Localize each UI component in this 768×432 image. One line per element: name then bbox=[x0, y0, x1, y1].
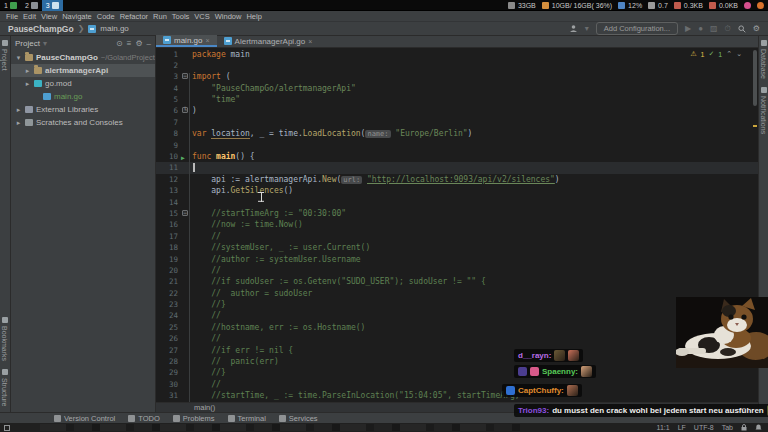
workspace-button-2[interactable]: 2 bbox=[21, 0, 42, 11]
search-icon[interactable] bbox=[738, 25, 746, 33]
tab-alertmanagerapi-go[interactable]: AlertmanagerApi.go× bbox=[217, 35, 320, 47]
caret-position[interactable]: 11:1 bbox=[657, 424, 670, 431]
code-line-13[interactable]: 13 api.GetSilences() bbox=[156, 185, 758, 196]
code-line-24[interactable]: 24 // bbox=[156, 310, 758, 321]
panel-settings-gear-icon[interactable]: ⚙ bbox=[135, 39, 142, 48]
tree-arrow-icon[interactable]: ▸ bbox=[24, 80, 31, 88]
debug-icon[interactable]: ● bbox=[698, 24, 703, 33]
menu-edit[interactable]: Edit bbox=[23, 12, 36, 21]
menu-help[interactable]: Help bbox=[246, 12, 261, 21]
tree-item-go-mod[interactable]: ▸go.mod bbox=[11, 77, 155, 90]
toolwindow-version-control[interactable]: Version Control bbox=[54, 414, 115, 423]
indent-style[interactable]: Tab bbox=[722, 424, 733, 431]
project-panel-header[interactable]: Project ▾ ⊙ ≡ ⚙ ‒ bbox=[11, 36, 155, 51]
code-line-16[interactable]: 16 //now := time.Now() bbox=[156, 219, 758, 230]
code-line-23[interactable]: 23 //} bbox=[156, 299, 758, 310]
run-icon[interactable]: ▶ bbox=[685, 24, 691, 33]
code-line-4[interactable]: 4 "PauseChampGo/alertmanagerApi" bbox=[156, 83, 758, 94]
settings-gear-icon[interactable]: ⚙ bbox=[753, 24, 760, 33]
fold-collapse-icon[interactable]: − bbox=[182, 73, 188, 79]
scrollbar-thumb[interactable] bbox=[753, 50, 757, 106]
tree-item-pausechampgo[interactable]: ▾PauseChampGo ~/GolandProjects/PauseCham… bbox=[11, 51, 155, 64]
tree-item-external-libraries[interactable]: ▸External Libraries bbox=[11, 103, 155, 116]
menu-file[interactable]: File bbox=[6, 12, 18, 21]
dropdown-arrow-icon[interactable]: ▾ bbox=[585, 24, 589, 33]
tab-close-icon[interactable]: × bbox=[308, 38, 312, 45]
tree-arrow-icon[interactable]: ▸ bbox=[15, 106, 22, 114]
tool-strip-notifications[interactable]: Notifications bbox=[759, 83, 768, 138]
code-line-28[interactable]: 28 // panic(err) bbox=[156, 356, 758, 367]
user-icon[interactable] bbox=[569, 24, 578, 33]
profile-icon[interactable]: ⏱ bbox=[725, 24, 731, 34]
code-line-21[interactable]: 21 //if sudoUser := os.Getenv("SUDO_USER… bbox=[156, 276, 758, 287]
toolwindow-problems[interactable]: Problems bbox=[173, 414, 215, 423]
breadcrumb-file[interactable]: main.go bbox=[100, 24, 128, 33]
code-line-14[interactable]: 14 bbox=[156, 197, 758, 208]
tree-arrow-icon[interactable]: ▾ bbox=[15, 54, 22, 62]
hide-panel-icon[interactable]: ‒ bbox=[147, 39, 151, 48]
tray-app-icon-2[interactable] bbox=[757, 2, 764, 9]
tool-strip-project[interactable]: Project bbox=[0, 36, 9, 75]
code-line-3[interactable]: 3−import ( bbox=[156, 71, 758, 82]
menu-code[interactable]: Code bbox=[97, 12, 115, 21]
code-line-15[interactable]: 15− //startTimeArg := "00:30:00" bbox=[156, 208, 758, 219]
locate-file-icon[interactable]: ⊙ bbox=[116, 39, 123, 48]
toolwindow-todo[interactable]: TODO bbox=[128, 414, 160, 423]
fold-collapse-icon[interactable]: − bbox=[182, 210, 188, 216]
menu-navigate[interactable]: Navigate bbox=[62, 12, 92, 21]
code-line-1[interactable]: 1package main bbox=[156, 49, 758, 60]
tree-arrow-icon[interactable]: ▸ bbox=[24, 67, 31, 75]
file-encoding[interactable]: UTF-8 bbox=[694, 424, 714, 431]
inspections-widget[interactable]: ⚠ 1 ✓ 1 ⌃ ⌄ bbox=[690, 50, 742, 58]
workspace-button-3[interactable]: 3 bbox=[42, 0, 63, 11]
tray-app-icon-1[interactable] bbox=[744, 2, 751, 9]
breadcrumb-project[interactable]: PauseChampGo bbox=[8, 24, 74, 34]
code-line-6[interactable]: 6└) bbox=[156, 105, 758, 116]
code-line-22[interactable]: 22 // author = sudoUser bbox=[156, 288, 758, 299]
code-line-26[interactable]: 26 // bbox=[156, 333, 758, 344]
coverage-icon[interactable]: ▨ bbox=[710, 24, 718, 33]
code-line-12[interactable]: 12 api := alertmanagerApi.New(url: "http… bbox=[156, 174, 758, 185]
tool-strip-bookmarks[interactable]: Bookmarks bbox=[0, 313, 9, 365]
code-line-11[interactable]: 11 bbox=[156, 162, 758, 173]
menu-refactor[interactable]: Refactor bbox=[120, 12, 148, 21]
next-issue-icon[interactable]: ⌄ bbox=[736, 50, 742, 58]
code-line-17[interactable]: 17 // bbox=[156, 231, 758, 242]
tree-item-scratches-and-consoles[interactable]: ▸Scratches and Consoles bbox=[11, 116, 155, 129]
code-line-5[interactable]: 5 "time" bbox=[156, 94, 758, 105]
toolwindow-terminal[interactable]: Terminal bbox=[228, 414, 266, 423]
tool-strip-database[interactable]: Database bbox=[759, 36, 768, 83]
menu-run[interactable]: Run bbox=[153, 12, 167, 21]
fold-end-icon[interactable]: └ bbox=[182, 107, 188, 113]
toolwindow-services[interactable]: Services bbox=[279, 414, 318, 423]
menu-vcs[interactable]: VCS bbox=[194, 12, 209, 21]
tab-main-go[interactable]: main.go× bbox=[156, 35, 217, 47]
code-line-9[interactable]: 9 bbox=[156, 140, 758, 151]
menu-window[interactable]: Window bbox=[215, 12, 242, 21]
line-separator[interactable]: LF bbox=[678, 424, 686, 431]
workspace-button-1[interactable]: 1 bbox=[0, 0, 21, 11]
code-line-30[interactable]: 30 // bbox=[156, 379, 758, 390]
code-line-10[interactable]: 10▶func main() { bbox=[156, 151, 758, 162]
tree-item-main-go[interactable]: main.go bbox=[11, 90, 155, 103]
code-line-20[interactable]: 20 // bbox=[156, 265, 758, 276]
status-grid-icon[interactable] bbox=[4, 425, 10, 431]
code-line-19[interactable]: 19 //author := systemUser.Username bbox=[156, 254, 758, 265]
code-line-18[interactable]: 18 //systemUser, _ := user.Current() bbox=[156, 242, 758, 253]
code-line-27[interactable]: 27 //if err != nil { bbox=[156, 345, 758, 356]
prev-issue-icon[interactable]: ⌃ bbox=[726, 50, 732, 58]
tree-item-alertmanagerapi[interactable]: ▸alertmanagerApi bbox=[11, 64, 155, 77]
chevron-down-icon[interactable]: ▾ bbox=[43, 39, 47, 48]
tree-arrow-icon[interactable]: ▸ bbox=[15, 119, 22, 127]
menu-view[interactable]: View bbox=[41, 12, 57, 21]
code-editor[interactable]: 1package main23−import (4 "PauseChampGo/… bbox=[156, 48, 758, 402]
lock-icon[interactable] bbox=[741, 424, 747, 431]
breadcrumb-function[interactable]: main() bbox=[194, 403, 215, 412]
notifications-bell-icon[interactable] bbox=[755, 424, 762, 431]
tool-strip-structure[interactable]: Structure bbox=[0, 365, 9, 410]
warning-stripe-mark[interactable] bbox=[753, 125, 757, 127]
code-line-31[interactable]: 31 //startTime, _ := time.ParseInLocatio… bbox=[156, 390, 758, 401]
code-line-25[interactable]: 25 //hostname, err := os.Hostname() bbox=[156, 322, 758, 333]
code-line-2[interactable]: 2 bbox=[156, 60, 758, 71]
menu-tools[interactable]: Tools bbox=[172, 12, 190, 21]
